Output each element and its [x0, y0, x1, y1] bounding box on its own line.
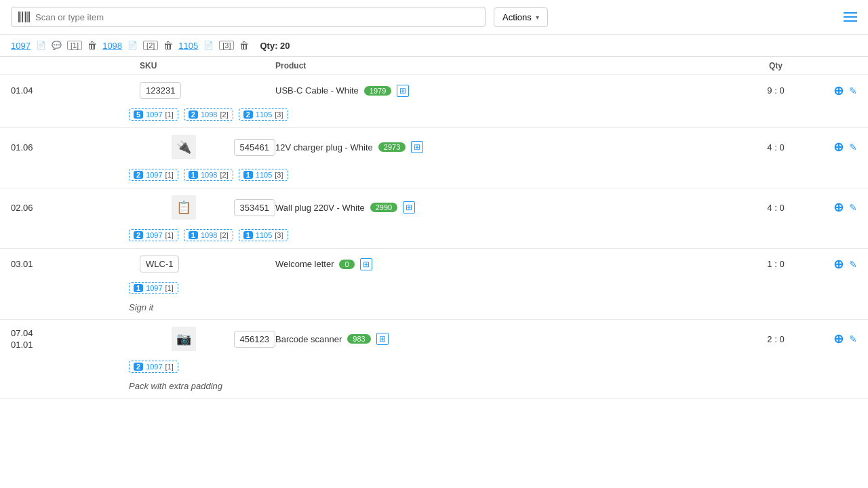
row-actions-row5: ⊕ ✎ [816, 331, 857, 346]
product-thumb-row2: 🔌 [172, 135, 196, 159]
table-row: 02.06 📋 353451 Wall plug 220V - White 29… [0, 188, 868, 249]
qty-row3: 4 : 0 [735, 203, 816, 213]
order-badge-row3-1097[interactable]: 2 1097 [1] [129, 229, 178, 241]
tab-delete-1105[interactable]: 🗑 [239, 40, 249, 51]
product-main-row3: 02.06 📋 353451 Wall plug 220V - White 29… [0, 188, 868, 226]
location-row1: 01.04 [11, 85, 140, 96]
sku-row1: 123231 [140, 82, 275, 99]
scan-input[interactable] [35, 12, 478, 22]
top-bar: Actions ▾ [0, 0, 868, 35]
table-row: 03.01 WLC-1 Welcome letter 0 ⊞ 1 : 0 ⊕ ✎… [0, 249, 868, 320]
product-badge-row1: 1979 [364, 86, 391, 96]
row-actions-row3: ⊕ ✎ [816, 200, 857, 215]
product-name-row2: 12V charger plug - White 2973 ⊞ [275, 141, 735, 153]
order-badge-row3-1105[interactable]: 1 1105 [3] [239, 229, 288, 241]
product-note-row5: Pack with extra padding [0, 380, 868, 398]
add-button-row1[interactable]: ⊕ [833, 83, 844, 98]
location-row3: 02.06 [11, 203, 140, 213]
product-badge-row5: 983 [347, 334, 370, 344]
product-note-row4: Sign it [0, 301, 868, 319]
sku-thumb-row2: 🔌 545461 [140, 135, 275, 159]
col-qty: Qty [735, 61, 816, 70]
product-badge-row3: 2990 [370, 203, 397, 212]
order-badge-row4-1097[interactable]: 1 1097 [1] [129, 282, 178, 294]
product-main-row4: 03.01 WLC-1 Welcome letter 0 ⊞ 1 : 0 ⊕ ✎ [0, 249, 868, 279]
add-button-row2[interactable]: ⊕ [833, 140, 844, 155]
product-name-row1: USB-C Cable - White 1979 ⊞ [275, 85, 735, 97]
chevron-down-icon: ▾ [536, 14, 539, 21]
product-badge-row2: 2973 [378, 142, 406, 152]
tab-badge-1097: [1] [67, 41, 82, 50]
row-actions-row1: ⊕ ✎ [816, 83, 857, 98]
edit-button-row5[interactable]: ✎ [849, 333, 857, 344]
edit-button-row4[interactable]: ✎ [849, 259, 857, 270]
product-thumb-row3: 📋 [172, 195, 196, 220]
location-row5: 07.04 01.01 [11, 328, 140, 350]
product-name-row3: Wall plug 220V - White 2990 ⊞ [275, 201, 735, 214]
product-name-row4: Welcome letter 0 ⊞ [275, 258, 735, 270]
location-bottom-row5: 01.01 [11, 340, 140, 350]
add-button-row3[interactable]: ⊕ [833, 200, 844, 215]
order-badge-row1-1105[interactable]: 2 1105 [3] [239, 108, 288, 121]
sku-thumb-row5: 📷 456123 [140, 327, 275, 351]
qty-row2: 4 : 0 [735, 142, 816, 152]
file-icon-1098: 📄 [127, 41, 138, 50]
order-badge-row5-1097[interactable]: 2 1097 [1] [129, 361, 178, 373]
table-row: 01.06 🔌 545461 12V charger plug - White … [0, 128, 868, 188]
tab-1105[interactable]: 1105 [178, 41, 198, 51]
col-sku: SKU [140, 61, 275, 70]
order-badge-row1-1098[interactable]: 2 1098 [2] [184, 108, 233, 121]
tab-delete-1097[interactable]: 🗑 [87, 40, 97, 51]
qty-row5: 2 : 0 [735, 334, 816, 344]
qty-row4: 1 : 0 [735, 259, 816, 269]
barcode-icon [18, 12, 30, 22]
product-meta-row2: 2 1097 [1] 1 1098 [2] 1 1105 [3] [0, 166, 868, 188]
qty-row1: 9 : 0 [735, 85, 816, 96]
order-badge-row2-1105[interactable]: 1 1105 [3] [239, 169, 288, 181]
sku-thumb-row3: 📋 353451 [140, 195, 275, 220]
order-badge-row1-1097[interactable]: 5 1097 [1] [129, 108, 178, 121]
order-badge-row2-1097[interactable]: 2 1097 [1] [129, 169, 178, 181]
tab-badge-1098: [2] [143, 41, 158, 50]
product-meta-row3: 2 1097 [1] 1 1098 [2] 1 1105 [3] [0, 226, 868, 248]
col-location [11, 61, 140, 70]
product-main-row1: 01.04 123231 USB-C Cable - White 1979 ⊞ … [0, 75, 868, 106]
sku-row4: WLC-1 [140, 256, 275, 272]
row-actions-row2: ⊕ ✎ [816, 140, 857, 155]
edit-button-row1[interactable]: ✎ [849, 85, 857, 96]
file-icon-1097: 📄 [36, 41, 46, 50]
add-box-icon-row3[interactable]: ⊞ [403, 201, 415, 214]
order-tabs: 1097 📄 💬 [1] 🗑 1098 📄 [2] 🗑 1105 📄 [3] 🗑… [0, 35, 868, 57]
add-box-icon-row2[interactable]: ⊞ [411, 141, 423, 153]
add-box-icon-row5[interactable]: ⊞ [376, 333, 389, 345]
edit-button-row2[interactable]: ✎ [849, 142, 857, 152]
scan-input-wrapper[interactable] [11, 7, 486, 27]
row-actions-row4: ⊕ ✎ [816, 257, 857, 272]
comment-icon-1097: 💬 [52, 41, 62, 50]
add-button-row5[interactable]: ⊕ [833, 331, 844, 346]
tab-badge-1105: [3] [219, 41, 234, 50]
tab-delete-1098[interactable]: 🗑 [163, 40, 173, 51]
actions-button[interactable]: Actions ▾ [494, 7, 548, 27]
location-row2: 01.06 [11, 142, 140, 152]
edit-button-row3[interactable]: ✎ [849, 202, 857, 213]
table-row: 01.04 123231 USB-C Cable - White 1979 ⊞ … [0, 75, 868, 128]
product-thumb-row5: 📷 [172, 327, 196, 351]
location-top-row5: 07.04 [11, 328, 140, 338]
add-button-row4[interactable]: ⊕ [833, 257, 844, 272]
col-actions [816, 61, 857, 70]
product-main-row5: 07.04 01.01 📷 456123 Barcode scanner 983… [0, 320, 868, 358]
product-meta-row5: 2 1097 [1] [0, 358, 868, 380]
qty-total: Qty: 20 [260, 41, 290, 51]
product-main-row2: 01.06 🔌 545461 12V charger plug - White … [0, 128, 868, 166]
add-box-icon-row4[interactable]: ⊞ [360, 258, 372, 270]
table-header: SKU Product Qty [0, 57, 868, 75]
tab-1098[interactable]: 1098 [102, 41, 122, 51]
order-badge-row3-1098[interactable]: 1 1098 [2] [184, 229, 233, 241]
product-meta-row1: 5 1097 [1] 2 1098 [2] 2 1105 [3] [0, 106, 868, 127]
tab-1097[interactable]: 1097 [11, 41, 31, 51]
add-box-icon-row1[interactable]: ⊞ [397, 85, 409, 97]
order-badge-row2-1098[interactable]: 1 1098 [2] [184, 169, 233, 181]
menu-icon[interactable] [844, 12, 857, 22]
product-name-row5: Barcode scanner 983 ⊞ [275, 333, 735, 345]
